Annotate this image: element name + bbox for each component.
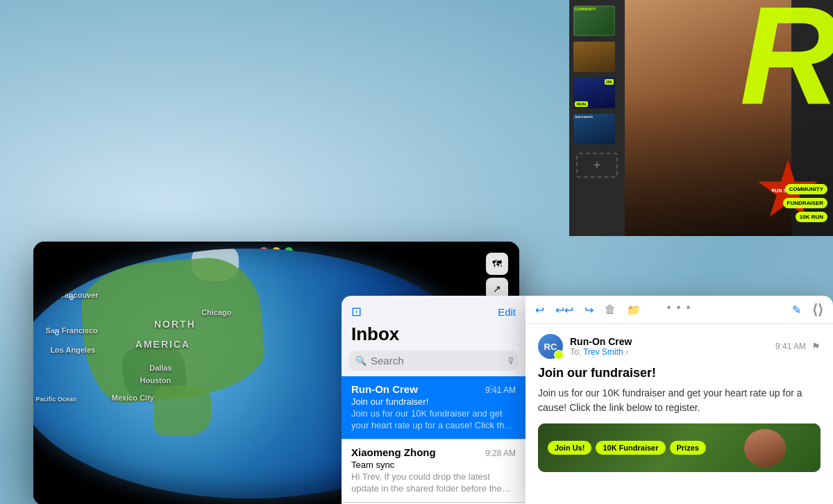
san-francisco-dot bbox=[55, 331, 59, 335]
mail-row-1[interactable]: Run-On Crew 9:41 AM Join our fundraiser!… bbox=[342, 376, 525, 439]
email-body: Join us for our 10K fundraiser and get y… bbox=[538, 386, 821, 415]
preview-2: Hi Trev, If you could drop the latest up… bbox=[351, 471, 516, 495]
design-canvas-area: R RUN STRONG COMMUNITY FUNDRAISER 10K RU… bbox=[625, 0, 833, 236]
sender-to: To: Trev Smith › bbox=[570, 347, 768, 357]
trash-button[interactable]: 🗑 bbox=[605, 303, 616, 316]
reply-all-button[interactable]: ↩↩ bbox=[555, 303, 573, 317]
big-letter-r: R bbox=[740, 0, 833, 125]
subject-2: Team sync bbox=[351, 460, 516, 470]
badge-10k: 10K RUN bbox=[796, 212, 827, 222]
sender-avatar: RC bbox=[538, 334, 563, 359]
badge-fundraiser: FUNDRAISER bbox=[783, 198, 827, 208]
edit-inbox-button[interactable]: Edit bbox=[498, 306, 516, 318]
search-icon: 🔍 bbox=[355, 355, 367, 366]
slide-thumb-4[interactable]: 4 bbox=[573, 42, 621, 72]
more-button[interactable]: ⟨⟩ bbox=[812, 301, 823, 318]
toolbar-right: ✎ ⟨⟩ bbox=[792, 301, 823, 318]
microphone-icon[interactable]: 🎙 bbox=[507, 355, 516, 367]
slide-img-4 bbox=[573, 42, 615, 72]
10k-label: 10K bbox=[605, 79, 614, 85]
mail-inbox-panel: ⊡ Edit Inbox 🔍 🎙 Run-On Crew 9:41 AM Joi… bbox=[342, 296, 525, 504]
slide-img-5: RUN 10K bbox=[573, 78, 615, 108]
add-slide-button[interactable]: + bbox=[576, 153, 618, 178]
email-time: 9:41 AM bbox=[775, 342, 806, 351]
slide-img-6: OUR EVENTS bbox=[573, 114, 615, 144]
mail-row-2[interactable]: Xiaomeng Zhong 9:28 AM Team sync Hi Trev… bbox=[342, 439, 525, 503]
flag-icon[interactable]: ⚑ bbox=[811, 341, 821, 352]
map-controls: 🗺 ↗ bbox=[486, 253, 508, 300]
mail-detail-content: RC Run-On Crew To: Trev Smith › 9:41 AM … bbox=[525, 324, 833, 504]
message-list: Run-On Crew 9:41 AM Join our fundraiser!… bbox=[342, 376, 525, 504]
subject-1: Join our fundraiser! bbox=[351, 396, 516, 407]
badge-community: COMMUNITY bbox=[785, 184, 827, 194]
slide-img-3: COMMUNITY bbox=[573, 6, 615, 36]
toolbar-left: ↩ ↩↩ ↪ 🗑 📁 bbox=[535, 303, 641, 317]
folder-button[interactable]: 📁 bbox=[627, 303, 641, 317]
banner-badge-2: 10K Fundraiser bbox=[596, 441, 665, 455]
reply-button[interactable]: ↩ bbox=[535, 303, 544, 317]
preview-1: Join us for our 10K fundraiser and get y… bbox=[351, 408, 516, 432]
banner-badge-3: Prizes bbox=[670, 441, 706, 455]
sender-name: Run-On Crew bbox=[570, 336, 768, 347]
email-subject: Join our fundraiser! bbox=[538, 366, 821, 380]
run-label: RUN bbox=[575, 101, 588, 107]
inbox-title: Inbox bbox=[342, 324, 525, 351]
north-america-landmass bbox=[78, 253, 269, 406]
fundraiser-banner: Join Us! 10K Fundraiser Prizes bbox=[538, 423, 821, 472]
mail-row-2-header: Xiaomeng Zhong 9:28 AM bbox=[351, 446, 516, 458]
time-2: 9:28 AM bbox=[485, 448, 516, 458]
recipient-link[interactable]: Trev Smith bbox=[583, 347, 623, 357]
vancouver-dot bbox=[69, 296, 74, 300]
slide-thumb-6[interactable]: 6 OUR EVENTS bbox=[573, 114, 621, 144]
forward-button[interactable]: ↪ bbox=[584, 303, 594, 317]
sender-1: Run-On Crew bbox=[351, 383, 418, 395]
chevron-icon: › bbox=[625, 347, 628, 357]
slide-thumb-5[interactable]: 5 RUN 10K bbox=[573, 78, 621, 108]
sender-info: Run-On Crew To: Trev Smith › bbox=[570, 336, 768, 357]
design-sidebar: 3 COMMUNITY 4 5 RUN 10K 6 bbox=[569, 0, 625, 236]
sender-2: Xiaomeng Zhong bbox=[351, 446, 436, 458]
mail-toolbar: • • • ↩ ↩↩ ↪ 🗑 📁 ✎ ⟨⟩ bbox=[525, 296, 833, 324]
inbox-header: ⊡ Edit bbox=[342, 296, 525, 324]
plus-icon: + bbox=[594, 158, 601, 173]
mail-detail-panel: • • • ↩ ↩↩ ↪ 🗑 📁 ✎ ⟨⟩ RC Run-On Crew To:… bbox=[525, 296, 833, 504]
drag-handle: • • • bbox=[667, 301, 692, 314]
search-input[interactable] bbox=[371, 355, 503, 367]
map-label-pacific-ocean: North Pacific Ocean bbox=[33, 396, 76, 403]
central-america-landmass bbox=[154, 386, 211, 436]
search-bar[interactable]: 🔍 🎙 bbox=[348, 351, 519, 371]
slide-thumb-3[interactable]: 3 COMMUNITY bbox=[573, 6, 621, 36]
design-app-window: 3 COMMUNITY 4 5 RUN 10K 6 bbox=[569, 0, 833, 236]
map-type-button[interactable]: 🗺 bbox=[486, 253, 508, 275]
banner-badge-1: Join Us! bbox=[548, 441, 591, 455]
avatar-initials: RC bbox=[544, 342, 557, 352]
sender-row: RC Run-On Crew To: Trev Smith › 9:41 AM … bbox=[538, 334, 821, 359]
sidebar-toggle-button[interactable]: ⊡ bbox=[351, 304, 362, 319]
attachment-icon-1: 📎 bbox=[489, 385, 499, 394]
compose-button[interactable]: ✎ bbox=[792, 303, 801, 317]
design-canvas: R RUN STRONG COMMUNITY FUNDRAISER 10K RU… bbox=[625, 0, 833, 236]
